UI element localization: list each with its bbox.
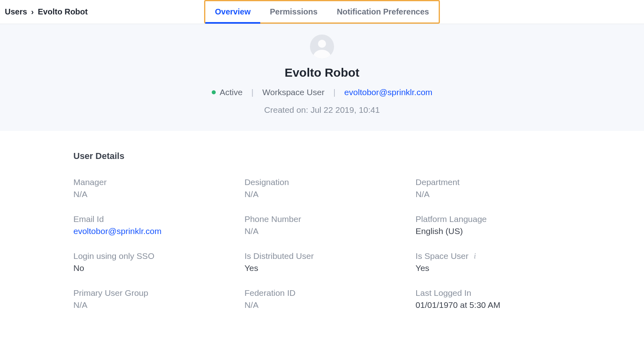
user-role: Workspace User [262, 88, 324, 97]
field-value: N/A [245, 300, 400, 310]
field-label: Phone Number [245, 214, 400, 224]
user-email-link[interactable]: evoltobor@sprinklr.com [344, 88, 433, 97]
tab-overview[interactable]: Overview [205, 1, 260, 22]
field-department: Department N/A [415, 177, 571, 199]
tab-label: Overview [215, 7, 251, 16]
separator-icon: | [333, 88, 335, 97]
status-dot-icon [212, 90, 216, 94]
info-icon[interactable]: i [472, 253, 478, 259]
field-manager: Manager N/A [73, 177, 229, 199]
field-designation: Designation N/A [245, 177, 400, 199]
field-distributed: Is Distributed User Yes [245, 251, 400, 273]
field-value: Yes [245, 263, 400, 273]
created-on: Created on: Jul 22 2019, 10:41 [264, 105, 380, 115]
field-label: Designation [245, 177, 400, 187]
user-meta-row: Active | Workspace User | evoltobor@spri… [212, 88, 433, 97]
breadcrumb-current: Evolto Robot [38, 7, 87, 16]
field-last-login: Last Logged In 01/01/1970 at 5:30 AM [415, 288, 571, 310]
field-value: N/A [245, 226, 400, 236]
field-label: Login using only SSO [73, 251, 229, 261]
field-label: Platform Language [415, 214, 571, 224]
breadcrumb-root[interactable]: Users [5, 7, 27, 16]
tab-label: Permissions [270, 7, 318, 16]
field-email: Email Id evoltobor@sprinklr.com [73, 214, 229, 236]
user-name: Evolto Robot [285, 66, 360, 79]
status-text: Active [220, 88, 243, 97]
field-label: Last Logged In [415, 288, 571, 298]
avatar [310, 35, 334, 59]
section-title: User Details [73, 151, 571, 161]
chevron-right-icon: › [31, 7, 34, 16]
field-label: Is Space User i [415, 251, 571, 261]
field-language: Platform Language English (US) [415, 214, 571, 236]
separator-icon: | [251, 88, 253, 97]
field-value: Yes [415, 263, 571, 273]
tab-permissions[interactable]: Permissions [260, 1, 327, 22]
user-details-section: User Details Manager N/A Designation N/A… [0, 131, 644, 310]
field-value: N/A [415, 189, 571, 199]
field-value: English (US) [415, 226, 571, 236]
field-value: No [73, 263, 229, 273]
field-federation-id: Federation ID N/A [245, 288, 400, 310]
field-label: Email Id [73, 214, 229, 224]
field-value: 01/01/1970 at 5:30 AM [415, 300, 571, 310]
field-primary-group: Primary User Group N/A [73, 288, 229, 310]
field-value: N/A [73, 300, 229, 310]
field-value-email-link[interactable]: evoltobor@sprinklr.com [73, 226, 229, 236]
tab-notification-preferences[interactable]: Notification Preferences [327, 1, 439, 22]
status-badge: Active [212, 88, 243, 97]
field-value: N/A [245, 189, 400, 199]
field-label: Manager [73, 177, 229, 187]
field-value: N/A [73, 189, 229, 199]
field-label: Primary User Group [73, 288, 229, 298]
tab-label: Notification Preferences [337, 7, 429, 16]
tabs-highlight-box: Overview Permissions Notification Prefer… [204, 0, 440, 24]
topbar: Users › Evolto Robot Overview Permission… [0, 0, 644, 24]
field-label: Department [415, 177, 571, 187]
field-label: Federation ID [245, 288, 400, 298]
field-label: Is Distributed User [245, 251, 400, 261]
created-label: Created on: [264, 105, 308, 114]
created-value: Jul 22 2019, 10:41 [310, 105, 380, 114]
field-sso-only: Login using only SSO No [73, 251, 229, 273]
user-summary: Evolto Robot Active | Workspace User | e… [0, 24, 644, 131]
field-space-user: Is Space User i Yes [415, 251, 571, 273]
breadcrumb: Users › Evolto Robot [0, 7, 88, 16]
field-label-text: Is Space User [415, 251, 468, 261]
details-grid: Manager N/A Designation N/A Department N… [73, 177, 571, 310]
field-phone: Phone Number N/A [245, 214, 400, 236]
